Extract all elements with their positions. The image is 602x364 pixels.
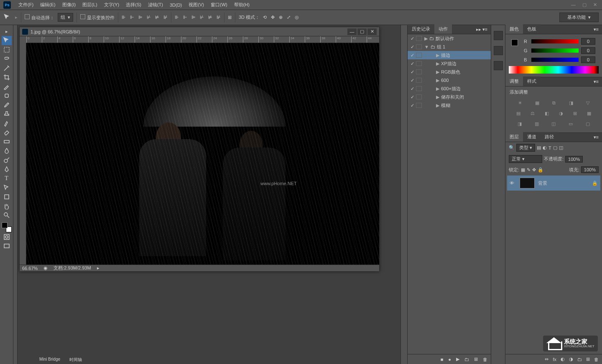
magic-wand-tool[interactable] (2, 64, 12, 73)
action-row[interactable]: ✓▶XP描边 (408, 59, 491, 68)
action-row[interactable]: ✓▼🗀组 1 (408, 43, 491, 51)
menu-select[interactable]: 选择(S) (122, 0, 145, 10)
posterize-icon[interactable]: ▥ (535, 121, 539, 127)
g-value[interactable]: 0 (581, 47, 595, 54)
window-minimize-icon[interactable]: — (571, 2, 576, 8)
menu-file[interactable]: 文件(F) (15, 0, 37, 10)
bw-icon[interactable]: ◧ (545, 111, 549, 116)
new-layer-icon[interactable]: ⊞ (586, 356, 590, 362)
invert-icon[interactable]: ◨ (518, 121, 522, 127)
photo-filter-icon[interactable]: ◑ (559, 111, 563, 116)
delete-icon[interactable]: 🗑 (483, 357, 487, 362)
vibrance-icon[interactable]: ▽ (586, 100, 589, 106)
tab-swatches[interactable]: 色板 (523, 24, 541, 34)
marquee-tool[interactable] (2, 45, 12, 54)
selective-icon[interactable]: ▢ (586, 121, 590, 127)
brightness-icon[interactable]: ☀ (518, 100, 522, 106)
action-row[interactable]: ✓▶模糊 (408, 101, 491, 109)
collapsed-panel-icon[interactable] (494, 61, 503, 70)
history-brush-tool[interactable] (2, 119, 12, 128)
menu-layer[interactable]: 图层(L) (79, 0, 100, 10)
screen-mode-icon[interactable] (2, 242, 12, 251)
move-tool[interactable] (2, 36, 12, 45)
collapsed-panel-icon[interactable] (494, 46, 503, 55)
levels-icon[interactable]: ▦ (535, 100, 539, 106)
filter-type-icon[interactable]: T (548, 145, 551, 150)
delete-layer-icon[interactable]: 🗑 (594, 357, 599, 362)
fx-icon[interactable]: fx (553, 357, 556, 362)
expand-tools-icon[interactable]: ▸ (2, 27, 12, 36)
menu-view[interactable]: 视图(V) (185, 0, 207, 10)
tab-adjustments[interactable]: 调整 (505, 76, 523, 86)
tab-layers[interactable]: 图层 (505, 132, 523, 142)
stamp-tool[interactable] (2, 109, 12, 119)
color-menu-icon[interactable]: ▾≡ (590, 25, 602, 34)
tab-mini-bridge[interactable]: Mini Bridge (35, 356, 64, 364)
lock-all-icon[interactable]: 🔒 (538, 167, 543, 173)
align-icons[interactable]: ⊪⊩⊫⊬⊭⊮ (122, 15, 168, 20)
window-maximize-icon[interactable]: ▢ (582, 2, 587, 8)
color-spectrum[interactable] (509, 66, 599, 74)
blend-mode-dropdown[interactable]: 正常 ▾ (509, 155, 542, 163)
filter-smart-icon[interactable]: ◫ (559, 145, 563, 150)
filter-pixel-icon[interactable]: ▤ (537, 145, 541, 150)
auto-select-dropdown[interactable]: 组▾ (58, 13, 73, 22)
layers-menu-icon[interactable]: ▾≡ (590, 133, 602, 142)
action-row[interactable]: ✓▶RGB颜色 (408, 68, 491, 76)
layer-row-background[interactable]: 👁 背景 🔒 (507, 176, 600, 191)
new-action-icon[interactable]: ⊞ (474, 356, 478, 362)
visibility-icon[interactable]: 👁 (510, 181, 516, 186)
filter-type-dropdown[interactable]: 类型 ▾ (516, 144, 535, 152)
curves-icon[interactable]: ⧉ (552, 100, 556, 106)
brush-tool[interactable] (2, 100, 12, 109)
record-icon[interactable]: ● (448, 357, 451, 362)
doc-info[interactable]: 文档:2.93M/2.93M (54, 265, 91, 271)
hand-tool[interactable] (2, 201, 12, 211)
action-row[interactable]: ✓▶🗀默认动作 (408, 34, 491, 43)
new-set-icon[interactable]: 🗀 (464, 357, 469, 362)
collapsed-panel-icon[interactable] (494, 31, 503, 40)
adjust-menu-icon[interactable]: ▾≡ (590, 77, 602, 86)
mask-icon[interactable]: ◐ (561, 356, 565, 362)
arrange-icons[interactable]: ⊞ (228, 15, 232, 20)
menu-help[interactable]: 帮助(H) (231, 0, 253, 10)
blur-tool[interactable] (2, 146, 12, 155)
tab-paths[interactable]: 路径 (541, 132, 558, 142)
hue-icon[interactable]: ▤ (516, 111, 520, 116)
path-select-tool[interactable] (2, 183, 12, 192)
filter-adjust-icon[interactable]: ◐ (543, 145, 547, 150)
lookup-icon[interactable]: ▦ (587, 111, 591, 116)
zoom-level[interactable]: 66.67% (22, 266, 38, 271)
tab-history[interactable]: 历史记录 (408, 24, 434, 34)
filter-shape-icon[interactable]: ▢ (553, 145, 557, 150)
lock-trans-icon[interactable]: ▦ (521, 167, 525, 173)
document-titlebar[interactable]: 1.jpg @ 66.7%(RGB/8#) — ▢ ✕ (20, 27, 379, 36)
layer-thumbnail[interactable] (520, 178, 535, 188)
gradient-map-icon[interactable]: ▭ (569, 121, 573, 127)
lock-pos-icon[interactable]: ✥ (532, 167, 536, 173)
zoom-tool[interactable] (2, 211, 12, 220)
lasso-tool[interactable] (2, 54, 12, 64)
lock-pixels-icon[interactable]: ✎ (527, 167, 531, 173)
show-transform-checkbox[interactable]: 显示变换控件 (80, 14, 115, 21)
menu-filter[interactable]: 滤镜(T) (145, 0, 166, 10)
menu-image[interactable]: 图像(I) (59, 0, 79, 10)
balance-icon[interactable]: ⚖ (531, 111, 535, 116)
mixer-icon[interactable]: ⊞ (573, 111, 577, 116)
tab-channels[interactable]: 通道 (523, 132, 541, 142)
play-icon[interactable]: ▶ (456, 356, 459, 362)
panels-dock-strip[interactable] (400, 25, 407, 364)
auto-select-checkbox[interactable]: 自动选择： (25, 14, 54, 21)
ruler-horizontal[interactable]: 0246810121416182022242628303234363840424… (26, 36, 379, 43)
doc-close-icon[interactable]: ✕ (367, 28, 377, 35)
action-row[interactable]: ✓▶600+描边 (408, 84, 491, 93)
ruler-vertical[interactable] (20, 43, 26, 265)
doc-minimize-icon[interactable]: — (347, 28, 357, 35)
tab-styles[interactable]: 样式 (523, 76, 541, 86)
menu-3d[interactable]: 3D(D) (166, 1, 185, 9)
stop-icon[interactable]: ■ (441, 357, 444, 362)
menu-edit[interactable]: 编辑(E) (37, 0, 59, 10)
b-slider[interactable] (531, 58, 579, 62)
eyedropper-tool[interactable] (2, 82, 12, 91)
tab-timeline[interactable]: 时间轴 (65, 356, 86, 364)
